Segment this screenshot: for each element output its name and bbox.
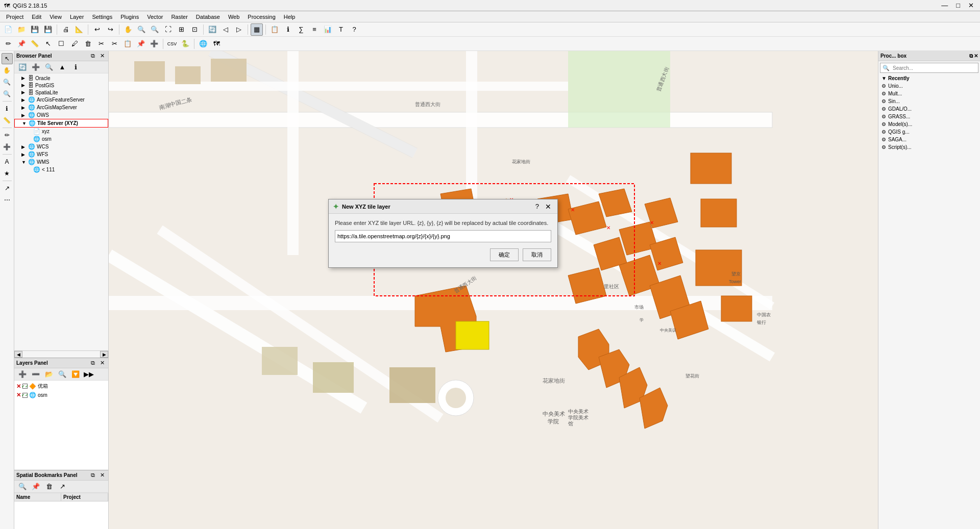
bookmarks-search[interactable]: 🔍 xyxy=(16,481,29,493)
search-input[interactable] xyxy=(892,65,978,71)
vtb-bookmark[interactable]: ★ xyxy=(2,168,13,179)
tb-zoom-selection[interactable]: ⊡ xyxy=(188,23,201,36)
tree-osm[interactable]: 🌐osm xyxy=(14,135,108,143)
right-panel-close[interactable]: ✕ xyxy=(974,53,978,59)
tb2-python[interactable]: 🐍 xyxy=(179,38,191,50)
vtb-edit[interactable]: ✏ xyxy=(2,130,13,141)
tb-select-tool[interactable]: ▦ xyxy=(251,23,263,36)
tree-wcs[interactable]: ▶🌐WCS xyxy=(14,143,108,150)
tb-zoom-prev[interactable]: ◁ xyxy=(219,23,232,36)
tb2-cut[interactable]: ✂ xyxy=(108,38,120,50)
layers-remove[interactable]: ➖ xyxy=(30,368,42,381)
tb2-copy[interactable]: 📋 xyxy=(121,38,134,50)
bookmarks-remove[interactable]: 🗑 xyxy=(43,481,55,493)
browser-collapse[interactable]: ▲ xyxy=(56,61,68,73)
tb2-edit-sel[interactable]: ✂ xyxy=(95,38,107,50)
menu-database[interactable]: Database xyxy=(192,13,224,21)
dialog-cancel-button[interactable]: 取消 xyxy=(523,248,551,261)
vtb-measure[interactable]: 📏 xyxy=(2,115,13,126)
scroll-left[interactable]: ◀ xyxy=(14,351,22,358)
layer-yuxiang-check[interactable]: ✓ xyxy=(22,384,28,389)
vtb-route[interactable]: ↗ xyxy=(2,183,13,194)
tree-oracle[interactable]: ▶🗄Oracle xyxy=(14,74,108,82)
tb2-bing[interactable]: 🗺 xyxy=(210,38,223,50)
tb2-digitize[interactable]: ✏ xyxy=(2,38,14,50)
layers-float-icon[interactable]: ⧉ xyxy=(89,359,97,367)
tb-calculator[interactable]: ∑ xyxy=(295,23,307,36)
menu-web[interactable]: Web xyxy=(224,13,243,21)
tb2-csv[interactable]: CSV xyxy=(166,38,178,50)
layers-filter[interactable]: 🔍 xyxy=(56,368,68,381)
tb2-paste[interactable]: 📌 xyxy=(135,38,147,50)
menu-project[interactable]: Project xyxy=(2,13,28,21)
scroll-right[interactable]: ▶ xyxy=(100,351,108,358)
bookmarks-add[interactable]: 📌 xyxy=(30,481,42,493)
bookmarks-float-icon[interactable]: ⧉ xyxy=(89,471,97,480)
menu-processing[interactable]: Processing xyxy=(243,13,279,21)
browser-info[interactable]: ℹ xyxy=(69,61,82,73)
tree-wms-111[interactable]: 🌐< 111 xyxy=(14,166,108,173)
vtb-add-feature[interactable]: ➕ xyxy=(2,141,13,153)
tb-attributes[interactable]: 📋 xyxy=(268,23,281,36)
browser-float-icon[interactable]: ⧉ xyxy=(89,52,97,60)
layer-yuxiang[interactable]: ✕ ✓ 🔶 优箱 xyxy=(14,382,108,391)
dialog-confirm-button[interactable]: 确定 xyxy=(490,248,519,261)
layers-more[interactable]: ▶▶ xyxy=(83,368,95,381)
bookmarks-close-icon[interactable]: ✕ xyxy=(98,471,106,480)
vtb-pan[interactable]: ✋ xyxy=(2,65,13,76)
layer-osm[interactable]: ✕ ✓ 🌐 osm xyxy=(14,391,108,399)
tb2-delete[interactable]: 🗑 xyxy=(82,38,94,50)
browser-filter[interactable]: 🔍 xyxy=(43,61,55,73)
tree-tile-server[interactable]: ▼🌐Tile Server (XYZ) xyxy=(14,119,108,128)
tb-pan[interactable]: ✋ xyxy=(122,23,134,36)
dialog-help-button[interactable]: ? xyxy=(535,203,539,210)
browser-scrollbar-h[interactable]: ◀ ▶ xyxy=(14,350,108,358)
tb2-deselect[interactable]: ☐ xyxy=(55,38,67,50)
tb-help[interactable]: ? xyxy=(348,23,360,36)
menu-layer[interactable]: Layer xyxy=(66,13,88,21)
vtb-select[interactable]: ↖ xyxy=(2,53,13,64)
tree-arcgis-feature[interactable]: ▶🌐ArcGisFeatureServer xyxy=(14,96,108,104)
layers-open[interactable]: 📂 xyxy=(43,368,55,381)
tb-refresh[interactable]: 🔄 xyxy=(206,23,218,36)
tb2-openstreet[interactable]: 🌐 xyxy=(197,38,209,50)
tb-open[interactable]: 📁 xyxy=(15,23,28,36)
menu-plugins[interactable]: Plugins xyxy=(116,13,143,21)
proc-item-model[interactable]: ⚙ Model(s)... xyxy=(878,120,980,128)
maximize-button[interactable]: □ xyxy=(954,2,962,9)
tree-wfs[interactable]: ▶🌐WFS xyxy=(14,150,108,158)
tb-print[interactable]: 🖨 xyxy=(60,23,72,36)
proc-item-qgis[interactable]: ⚙ QGIS g... xyxy=(878,128,980,136)
tb2-add[interactable]: ➕ xyxy=(148,38,160,50)
tb2-select[interactable]: ↖ xyxy=(42,38,54,50)
proc-item-union[interactable]: ⚙ Unio... xyxy=(878,82,980,90)
menu-help[interactable]: Help xyxy=(280,13,300,21)
map-area[interactable]: ✕ ✕ ✕ ✕ ✕ ✕ ✕ ✕ ✕ ✕ 南湖中国二条 普通西大街 普通西大街 花… xyxy=(109,51,878,529)
right-panel-float[interactable]: ⧉ xyxy=(969,53,973,59)
tb-identify[interactable]: ℹ xyxy=(282,23,294,36)
tb-redo[interactable]: ↪ xyxy=(104,23,116,36)
tb-zoom-in[interactable]: 🔍 xyxy=(135,23,148,36)
tb-undo[interactable]: ↩ xyxy=(91,23,103,36)
close-button[interactable]: ✕ xyxy=(966,2,976,9)
dialog-close-button[interactable]: ✕ xyxy=(543,203,553,211)
menu-vector[interactable]: Vector xyxy=(143,13,167,21)
layers-close-icon[interactable]: ✕ xyxy=(98,359,106,367)
menu-view[interactable]: View xyxy=(45,13,66,21)
tb-stats[interactable]: ≡ xyxy=(308,23,321,36)
proc-item-gdal[interactable]: ⚙ GDAL/O... xyxy=(878,105,980,113)
tb-save[interactable]: 💾 xyxy=(29,23,41,36)
layers-add[interactable]: ➕ xyxy=(16,368,29,381)
layers-filter2[interactable]: 🔽 xyxy=(69,368,82,381)
vtb-label[interactable]: A xyxy=(2,156,13,167)
vtb-info[interactable]: ℹ xyxy=(2,103,13,114)
browser-add[interactable]: ➕ xyxy=(30,61,42,73)
browser-refresh[interactable]: 🔄 xyxy=(16,61,29,73)
tb-zoom-next[interactable]: ▷ xyxy=(233,23,245,36)
menu-raster[interactable]: Raster xyxy=(167,13,191,21)
tree-postgis[interactable]: ▶🗄PostGIS xyxy=(14,82,108,89)
tree-ows[interactable]: ▶🌐OWS xyxy=(14,111,108,119)
tb-new[interactable]: 📄 xyxy=(2,23,14,36)
tb2-measure[interactable]: 📏 xyxy=(29,38,41,50)
tree-arcgis-map[interactable]: ▶🌐ArcGisMapServer xyxy=(14,104,108,111)
